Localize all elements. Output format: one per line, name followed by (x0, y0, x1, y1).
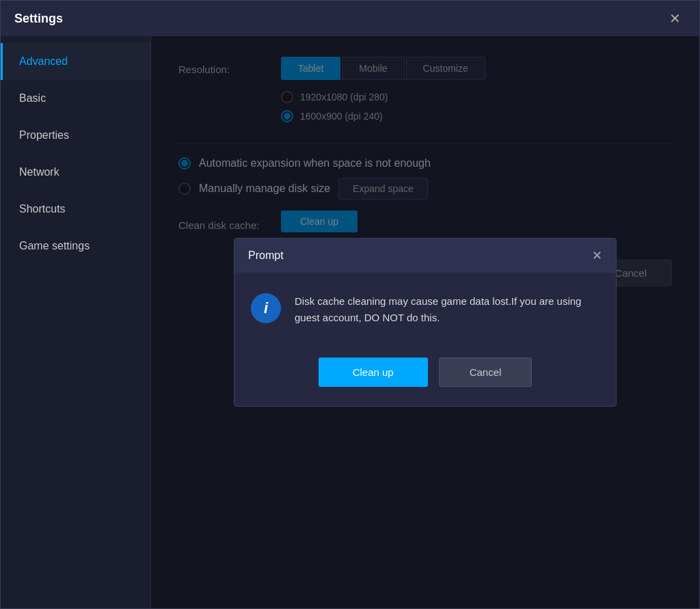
sidebar-item-game-settings[interactable]: Game settings (1, 228, 150, 265)
content-area: Advanced Basic Properties Network Shortc… (1, 36, 699, 608)
title-bar: Settings ✕ (1, 1, 699, 36)
prompt-close-button[interactable]: ✕ (592, 248, 602, 263)
sidebar-item-network[interactable]: Network (1, 154, 150, 191)
sidebar-item-properties[interactable]: Properties (1, 117, 150, 154)
prompt-title: Prompt (248, 249, 284, 262)
prompt-cancel-button[interactable]: Cancel (439, 357, 533, 387)
prompt-body: i Disk cache cleaning may cause game dat… (234, 273, 616, 347)
sidebar-item-basic[interactable]: Basic (1, 80, 150, 117)
main-panel: Resolution: Tablet Mobile Customize 1920… (151, 36, 699, 608)
window-close-button[interactable]: ✕ (664, 8, 686, 29)
sidebar: Advanced Basic Properties Network Shortc… (1, 36, 151, 608)
settings-window: Settings ✕ Advanced Basic Properties Net… (0, 0, 700, 609)
prompt-dialog: Prompt ✕ i Disk cache cleaning may cause… (234, 238, 617, 407)
prompt-message: Disk cache cleaning may cause game data … (295, 293, 600, 326)
info-icon: i (251, 293, 281, 323)
prompt-cleanup-button[interactable]: Clean up (319, 357, 428, 387)
sidebar-item-advanced[interactable]: Advanced (1, 43, 150, 80)
prompt-actions: Clean up Cancel (234, 347, 616, 406)
sidebar-item-shortcuts[interactable]: Shortcuts (1, 191, 150, 228)
prompt-title-bar: Prompt ✕ (234, 239, 616, 273)
prompt-overlay: Prompt ✕ i Disk cache cleaning may cause… (151, 36, 699, 608)
window-title: Settings (14, 12, 63, 26)
